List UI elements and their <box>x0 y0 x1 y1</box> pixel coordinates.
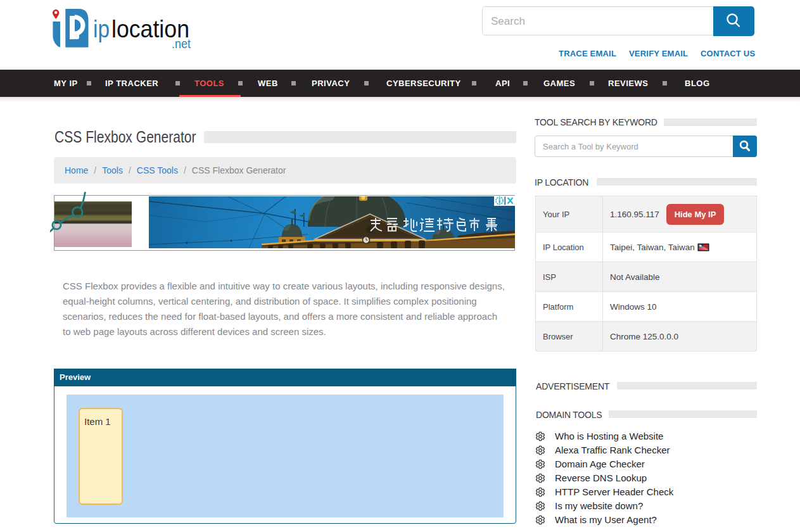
svg-text:ip: ip <box>93 15 110 42</box>
svg-text:.net: .net <box>172 37 191 51</box>
